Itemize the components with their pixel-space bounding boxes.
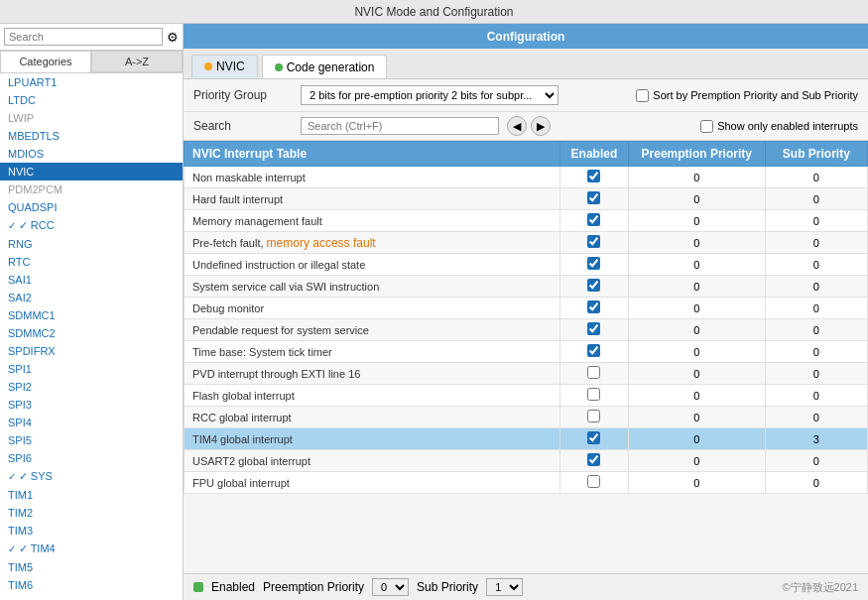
sidebar-item-lpuart1[interactable]: LPUART1 xyxy=(0,73,183,91)
preemption-cell: 0 xyxy=(628,385,765,407)
show-enabled-checkbox[interactable] xyxy=(700,120,713,133)
sidebar-item-pdm2pcm: PDM2PCM xyxy=(0,180,183,198)
enabled-cell[interactable] xyxy=(559,319,628,341)
tab-nvic[interactable]: NVIC xyxy=(191,55,258,78)
table-row[interactable]: TIM4 global interrupt03 xyxy=(185,428,868,450)
gear-icon[interactable]: ⚙ xyxy=(167,30,179,45)
sidebar-item-ltdc[interactable]: LTDC xyxy=(0,91,183,109)
col-interrupt: NVIC Interrupt Table xyxy=(185,142,560,167)
table-row[interactable]: Non maskable interrupt00 xyxy=(185,167,868,188)
enabled-checkbox[interactable] xyxy=(587,191,600,204)
enabled-cell[interactable] xyxy=(559,167,628,188)
interrupt-name: PVD interrupt through EXTI line 16 xyxy=(185,363,560,385)
col-enabled: Enabled xyxy=(559,142,628,167)
table-row[interactable]: Memory management fault00 xyxy=(185,210,868,232)
sidebar-item-spi2[interactable]: SPI2 xyxy=(0,378,183,396)
table-row[interactable]: Undefined instruction or illegal state00 xyxy=(185,254,868,276)
sub-priority-cell: 0 xyxy=(765,385,867,407)
sidebar-item-rtc[interactable]: RTC xyxy=(0,253,183,271)
sidebar-item-spdifrx[interactable]: SPDIFRX xyxy=(0,342,183,360)
search-input[interactable] xyxy=(301,117,499,135)
bottom-sub-select[interactable]: 1 xyxy=(486,578,523,596)
table-row[interactable]: System service call via SWI instruction0… xyxy=(185,276,868,298)
sidebar-item-spi4[interactable]: SPI4 xyxy=(0,414,183,431)
sidebar-item-sai2[interactable]: SAI2 xyxy=(0,289,183,306)
enabled-dot xyxy=(193,582,203,592)
sidebar-item-nvic[interactable]: NVIC xyxy=(0,163,183,180)
table-row[interactable]: PVD interrupt through EXTI line 1600 xyxy=(185,363,868,385)
search-next-button[interactable]: ▶ xyxy=(531,116,551,136)
sidebar-item-spi3[interactable]: SPI3 xyxy=(0,396,183,414)
nvic-table: NVIC Interrupt Table Enabled Preemption … xyxy=(184,141,868,494)
sidebar-item-spi1[interactable]: SPI1 xyxy=(0,360,183,378)
sidebar-item-tim3[interactable]: TIM3 xyxy=(0,522,183,540)
enabled-checkbox[interactable] xyxy=(587,170,600,182)
enabled-cell[interactable] xyxy=(559,472,628,494)
enabled-checkbox[interactable] xyxy=(587,453,600,466)
enabled-checkbox[interactable] xyxy=(587,431,600,444)
sidebar-item-mbedtls[interactable]: MBEDTLS xyxy=(0,127,183,145)
table-row[interactable]: Time base: System tick timer00 xyxy=(185,341,868,363)
search-row: Search ◀ ▶ Show only enabled interrupts xyxy=(184,112,868,141)
enabled-cell[interactable] xyxy=(559,341,628,363)
enabled-checkbox[interactable] xyxy=(587,235,600,248)
enabled-checkbox[interactable] xyxy=(587,475,600,488)
sidebar-item-rcc[interactable]: ✓ RCC xyxy=(0,216,183,235)
enabled-cell[interactable] xyxy=(559,298,628,319)
enabled-cell[interactable] xyxy=(559,385,628,407)
table-row[interactable]: RCC global interrupt00 xyxy=(185,407,868,428)
sidebar-item-sdmmc1[interactable]: SDMMC1 xyxy=(0,306,183,324)
sort-checkbox[interactable] xyxy=(636,89,649,102)
enabled-checkbox[interactable] xyxy=(587,279,600,292)
enabled-cell[interactable] xyxy=(559,276,628,298)
sidebar-item-tim1[interactable]: TIM1 xyxy=(0,486,183,504)
enabled-cell[interactable] xyxy=(559,450,628,472)
preemption-cell: 0 xyxy=(628,407,765,428)
sidebar-item-tim5[interactable]: TIM5 xyxy=(0,558,183,576)
tab-code-gen[interactable]: Code generation xyxy=(262,55,388,78)
enabled-checkbox[interactable] xyxy=(587,366,600,379)
sidebar-item-tim2[interactable]: TIM2 xyxy=(0,504,183,522)
enabled-cell[interactable] xyxy=(559,363,628,385)
table-row[interactable]: Hard fault interrupt00 xyxy=(185,188,868,210)
enabled-cell[interactable] xyxy=(559,232,628,254)
sidebar-tab-categories[interactable]: Categories xyxy=(0,51,91,72)
enabled-cell[interactable] xyxy=(559,407,628,428)
table-row[interactable]: Flash global interrupt00 xyxy=(185,385,868,407)
sidebar-item-tim6[interactable]: TIM6 xyxy=(0,576,183,594)
table-row[interactable]: FPU global interrupt00 xyxy=(185,472,868,494)
sidebar-tab-atoz[interactable]: A->Z xyxy=(91,51,183,72)
interrupt-name: Hard fault interrupt xyxy=(185,188,560,210)
sidebar-item-spi6[interactable]: SPI6 xyxy=(0,449,183,467)
enabled-checkbox[interactable] xyxy=(587,344,600,357)
interrupt-name: Pendable request for system service xyxy=(185,319,560,341)
interrupt-name: USART2 global interrupt xyxy=(185,450,560,472)
sidebar-item-tim4[interactable]: ✓ TIM4 xyxy=(0,540,183,558)
table-row[interactable]: Pendable request for system service00 xyxy=(185,319,868,341)
sidebar-item-spi5[interactable]: SPI5 xyxy=(0,431,183,449)
sidebar-item-sys[interactable]: ✓ SYS xyxy=(0,467,183,486)
sidebar-item-sai1[interactable]: SAI1 xyxy=(0,271,183,289)
enabled-checkbox[interactable] xyxy=(587,410,600,422)
enabled-checkbox[interactable] xyxy=(587,322,600,335)
enabled-checkbox[interactable] xyxy=(587,257,600,270)
sidebar-item-sdmmc2[interactable]: SDMMC2 xyxy=(0,324,183,342)
sidebar-item-rng[interactable]: RNG xyxy=(0,235,183,253)
enabled-cell[interactable] xyxy=(559,254,628,276)
enabled-checkbox[interactable] xyxy=(587,300,600,313)
table-row[interactable]: Debug monitor00 xyxy=(185,298,868,319)
sidebar-item-mdios[interactable]: MDIOS xyxy=(0,145,183,163)
table-row[interactable]: Pre-fetch fault, memory access fault00 xyxy=(185,232,868,254)
enabled-cell[interactable] xyxy=(559,428,628,450)
sidebar-item-quadspi[interactable]: QUADSPI xyxy=(0,198,183,216)
enabled-cell[interactable] xyxy=(559,210,628,232)
enabled-checkbox[interactable] xyxy=(587,388,600,401)
search-prev-button[interactable]: ◀ xyxy=(507,116,527,136)
enabled-checkbox[interactable] xyxy=(587,213,600,226)
table-row[interactable]: USART2 global interrupt00 xyxy=(185,450,868,472)
preemption-cell: 0 xyxy=(628,428,765,450)
priority-group-select[interactable]: 2 bits for pre-emption priority 2 bits f… xyxy=(301,85,558,105)
enabled-cell[interactable] xyxy=(559,188,628,210)
bottom-preemption-select[interactable]: 0 xyxy=(372,578,409,596)
sidebar-search-input[interactable] xyxy=(4,28,163,46)
